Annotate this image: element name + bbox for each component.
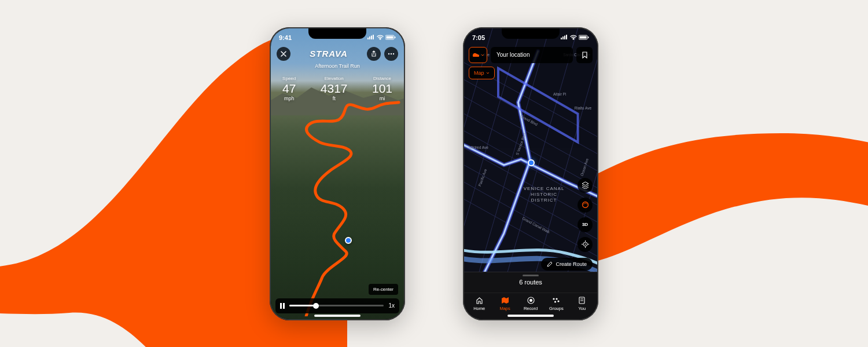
svg-point-4 xyxy=(391,53,392,54)
stat-elevation: Elevation 4317 ft xyxy=(321,76,348,101)
close-icon xyxy=(281,51,286,57)
chevron-down-icon xyxy=(481,54,484,56)
bookmark-icon xyxy=(582,52,587,59)
layers-icon xyxy=(582,181,589,189)
flyover-header: STRAVA Afternoon Trail Run Speed 47 xyxy=(271,47,404,101)
chevron-down-icon xyxy=(486,72,490,74)
status-time: 9:41 xyxy=(279,34,292,41)
pencil-icon xyxy=(547,261,553,267)
playback-speed[interactable]: 1x xyxy=(388,302,395,309)
phone-maps: VENICE CANALHISTORICDISTRICT Electric Av… xyxy=(463,27,598,320)
location-search[interactable]: Your location xyxy=(491,47,573,63)
layers-button[interactable] xyxy=(578,178,593,193)
svg-point-9 xyxy=(582,202,588,208)
svg-rect-2 xyxy=(395,36,396,38)
tab-home[interactable]: Home xyxy=(466,296,492,311)
recenter-button[interactable]: Re-center xyxy=(369,284,398,295)
tab-groups[interactable]: Groups xyxy=(543,296,569,311)
status-icons xyxy=(560,35,589,40)
svg-rect-8 xyxy=(588,36,589,38)
playback-bar: 1x xyxy=(275,298,399,313)
locate-button[interactable] xyxy=(578,237,593,252)
svg-point-17 xyxy=(558,300,560,302)
locate-icon xyxy=(582,240,589,248)
sport-selector[interactable] xyxy=(469,47,487,63)
playback-slider[interactable] xyxy=(289,305,384,306)
more-button[interactable] xyxy=(384,47,398,61)
battery-icon xyxy=(579,35,589,40)
current-position-dot xyxy=(345,237,352,244)
routes-count: 6 routes xyxy=(519,279,542,286)
heat-toggle-button[interactable] xyxy=(578,198,593,213)
svg-point-15 xyxy=(556,298,558,299)
tab-maps[interactable]: Maps xyxy=(492,296,517,311)
close-button[interactable] xyxy=(277,47,290,61)
more-icon xyxy=(388,53,395,55)
status-time: 7:05 xyxy=(472,34,485,41)
svg-point-5 xyxy=(393,53,394,54)
shoe-icon xyxy=(472,52,480,57)
groups-icon xyxy=(552,297,560,304)
svg-point-16 xyxy=(554,301,556,302)
signal-icon xyxy=(367,35,375,40)
map-type-selector[interactable]: Map xyxy=(469,67,495,79)
tab-you[interactable]: You xyxy=(569,296,595,311)
heat-icon xyxy=(582,201,589,209)
svg-point-14 xyxy=(553,298,555,299)
home-icon xyxy=(476,297,483,304)
stat-distance: Distance 101 mi xyxy=(372,76,392,101)
phone-flyover: 9:41 STRAVA xyxy=(270,27,405,320)
district-label: VENICE CANALHISTORICDISTRICT xyxy=(524,186,565,204)
record-icon xyxy=(527,297,535,304)
map-fab-stack: 3D xyxy=(578,178,593,252)
street-mildred: Mildred Ave xyxy=(469,145,488,149)
stats-row: Speed 47 mph Elevation 4317 ft Distance … xyxy=(277,76,398,101)
bookmarks-button[interactable] xyxy=(576,47,593,63)
battery-icon xyxy=(385,35,396,40)
svg-rect-1 xyxy=(387,36,393,39)
wifi-icon xyxy=(377,35,384,40)
wifi-icon xyxy=(570,35,577,40)
street-rialto: Rialto Ave xyxy=(575,106,591,110)
maps-top-controls: Your location xyxy=(469,47,593,63)
tab-record[interactable]: Record xyxy=(518,296,543,311)
share-icon xyxy=(371,50,377,57)
share-button[interactable] xyxy=(367,47,381,61)
svg-point-13 xyxy=(529,299,532,302)
svg-point-11 xyxy=(584,244,586,245)
routes-sheet[interactable]: 6 routes xyxy=(464,272,597,293)
svg-rect-7 xyxy=(580,36,587,39)
activity-title: Afternoon Trail Run xyxy=(277,63,398,69)
status-icons xyxy=(367,35,396,40)
phone-mockups: 9:41 STRAVA xyxy=(0,0,868,347)
you-icon xyxy=(579,297,585,304)
brand-logo: STRAVA xyxy=(290,49,367,59)
maps-icon xyxy=(501,297,509,304)
svg-point-3 xyxy=(388,53,389,54)
3d-toggle-button[interactable]: 3D xyxy=(578,217,593,232)
pause-button[interactable] xyxy=(280,303,285,309)
your-location-dot xyxy=(528,159,535,166)
signal-icon xyxy=(560,35,568,40)
create-route-button[interactable]: Create Route xyxy=(541,258,593,271)
stat-speed: Speed 47 mph xyxy=(282,76,296,101)
sheet-grabber[interactable] xyxy=(523,275,539,276)
street-altair: Altair Pl xyxy=(553,92,566,96)
